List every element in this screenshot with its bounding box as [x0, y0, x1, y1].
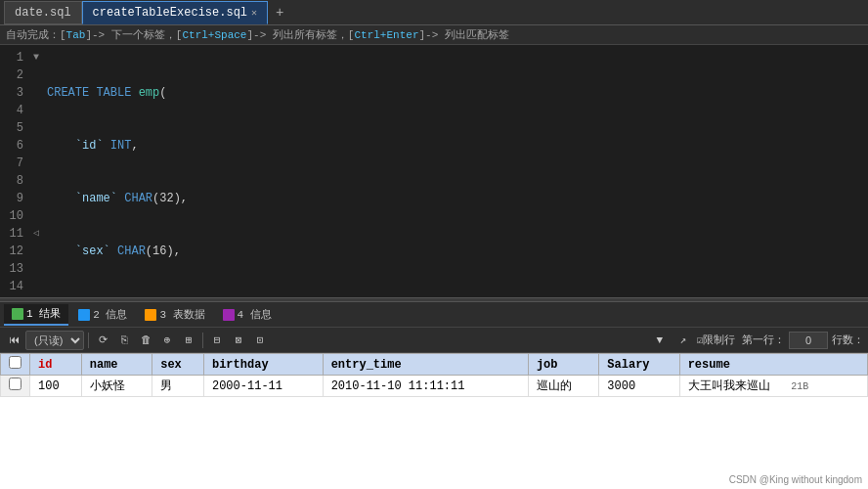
result-tab-2[interactable]: 2 信息	[70, 304, 135, 326]
toolbar-filter-icon[interactable]: ▼	[650, 331, 670, 350]
toolbar-btn-3[interactable]: ⊟	[207, 331, 227, 350]
cell-job: 巡山的	[528, 376, 598, 397]
toolbar-export[interactable]: ↗	[673, 331, 693, 350]
col-header-job: job	[528, 354, 598, 376]
collapse-icon-1[interactable]: ▼	[29, 49, 43, 67]
result-tab-1-label: 1 结果	[26, 306, 61, 321]
tab-createtable-sql[interactable]: createTableExecise.sql ✕	[82, 1, 268, 24]
tab-close-icon[interactable]: ✕	[251, 7, 257, 19]
collapse-area: ▼ ◁	[29, 45, 43, 297]
col-header-salary: Salary	[599, 354, 679, 376]
col-header-sex: sex	[152, 354, 204, 376]
tab-date-sql-label: date.sql	[15, 6, 71, 20]
toolbar-dropdown[interactable]: (只读)	[25, 331, 84, 350]
toolbar-delete[interactable]: 🗑	[136, 331, 155, 350]
toolbar-grid[interactable]: ⊞	[179, 331, 198, 350]
results-panel: 1 结果 2 信息 3 表数据 4 信息 ⏮ (只读)	[0, 302, 868, 489]
results-tabs: 1 结果 2 信息 3 表数据 4 信息	[0, 302, 868, 328]
app-container: date.sql createTableExecise.sql ✕ + 自动完成…	[0, 0, 868, 489]
select-all-checkbox[interactable]	[9, 356, 22, 369]
cell-name: 小妖怪	[81, 376, 152, 397]
toolbar-filter[interactable]: ⊕	[157, 331, 177, 350]
hint-text: 自动完成：[Tab]-> 下一个标签，[Ctrl+Space]-> 列出所有标签…	[6, 27, 509, 42]
cell-id: 100	[30, 376, 82, 397]
table-row[interactable]: 100 小妖怪 男 2000-11-11 2010-11-10 11:11:11…	[1, 376, 868, 397]
cell-entry-time: 2010-11-10 11:11:11	[323, 376, 528, 397]
result-icon-3	[145, 309, 156, 321]
tab-bar: date.sql createTableExecise.sql ✕ +	[0, 0, 868, 25]
hint-bar: 自动完成：[Tab]-> 下一个标签，[Ctrl+Space]-> 列出所有标签…	[0, 25, 868, 45]
toolbar-refresh[interactable]: ⟳	[93, 331, 112, 350]
result-tab-3-label: 3 表数据	[159, 307, 204, 322]
sep-2	[202, 333, 203, 348]
row-checkbox-cell[interactable]	[1, 376, 30, 397]
tab-date-sql[interactable]: date.sql	[4, 1, 82, 24]
col-header-resume: resume	[679, 354, 867, 376]
grid-toolbar: ⏮ (只读) ⟳ ⎘ 🗑 ⊕ ⊞ ⊟ ⊠ ⊡ ▼ ↗ ☑限制行 第一行： 行数：	[0, 328, 868, 353]
cell-sex: 男	[152, 376, 204, 397]
code-content[interactable]: CREATE TABLE emp( `id` INT, `name` CHAR(…	[43, 45, 868, 297]
collapse-icon-2[interactable]: ◁	[29, 225, 43, 243]
result-tab-2-label: 2 信息	[93, 307, 127, 322]
toolbar-btn-4[interactable]: ⊠	[229, 331, 248, 350]
col-header-name: name	[81, 354, 152, 376]
limit-start-input[interactable]	[789, 332, 828, 349]
results-table: id name sex birthday entry_time job Sala…	[0, 353, 868, 397]
result-icon-4	[223, 309, 235, 321]
toolbar-nav-first[interactable]: ⏮	[4, 331, 23, 350]
tab-add-button[interactable]: +	[268, 5, 291, 21]
resume-size: 21B	[791, 381, 808, 392]
row-count-label: 行数：	[832, 333, 864, 347]
sep-1	[88, 333, 89, 348]
col-header-id: id	[30, 354, 82, 376]
result-icon-1	[12, 308, 23, 320]
line-numbers: 1 2 3 4 5 6 7 8 9 10 11 12 13 14 15 16	[0, 45, 29, 297]
col-header-checkbox[interactable]	[1, 354, 30, 376]
tab-createtable-sql-label: createTableExecise.sql	[93, 6, 247, 20]
cell-resume: 大王叫我来巡山 21B	[679, 376, 867, 397]
result-tab-4[interactable]: 4 信息	[215, 304, 280, 326]
col-header-entry-time: entry_time	[323, 354, 528, 376]
cell-birthday: 2000-11-11	[203, 376, 323, 397]
toolbar-copy[interactable]: ⎘	[114, 331, 134, 350]
cell-salary: 3000	[599, 376, 679, 397]
result-tab-3[interactable]: 3 表数据	[137, 304, 212, 326]
result-icon-2	[78, 309, 90, 321]
watermark: CSDN @King without kingdom	[729, 474, 862, 485]
toolbar-btn-5[interactable]: ⊡	[250, 331, 270, 350]
toolbar-right: ▼ ↗ ☑限制行 第一行： 行数：	[650, 331, 864, 350]
code-editor[interactable]: 1 2 3 4 5 6 7 8 9 10 11 12 13 14 15 16 ▼…	[0, 45, 868, 297]
result-tab-1[interactable]: 1 结果	[4, 304, 68, 326]
resume-text: 大王叫我来巡山	[688, 379, 770, 393]
row-checkbox[interactable]	[9, 378, 22, 390]
readonly-select[interactable]: (只读)	[25, 331, 84, 350]
data-grid[interactable]: id name sex birthday entry_time job Sala…	[0, 353, 868, 489]
limit-checkbox-label: ☑限制行 第一行：	[697, 333, 785, 347]
table-header-row: id name sex birthday entry_time job Sala…	[1, 354, 868, 376]
result-tab-4-label: 4 信息	[238, 307, 272, 322]
col-header-birthday: birthday	[203, 354, 323, 376]
